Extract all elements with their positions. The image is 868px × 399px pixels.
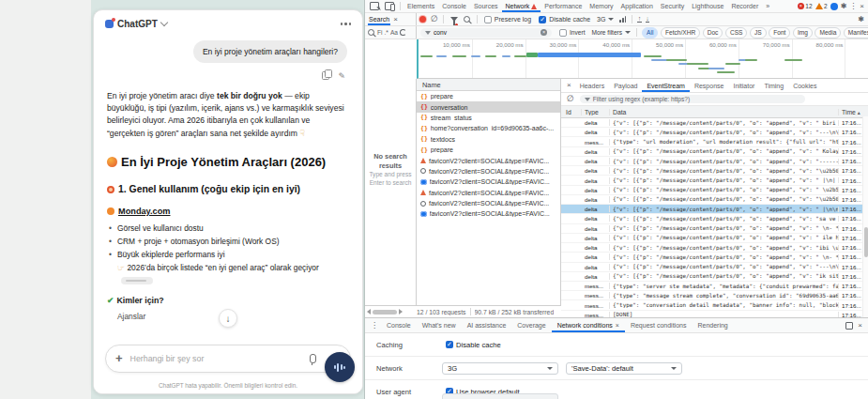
export-har-icon[interactable]: ↓ <box>646 16 650 23</box>
kebab-menu-icon[interactable]: ⋮ <box>849 3 857 10</box>
case-toggle[interactable]: Aa <box>390 29 398 36</box>
error-badge[interactable]: ×12 <box>798 3 813 9</box>
column-time[interactable]: Time▲ <box>839 109 868 115</box>
request-row[interactable]: faviconV2?client=SOCIAL&type=FAVIC... <box>417 198 560 208</box>
stream-row[interactable]: delta{"v": [{"p": "/message/content/part… <box>561 253 868 262</box>
clear-events-icon[interactable]: ∅ <box>567 95 574 103</box>
drawer-tab-console[interactable]: Console <box>381 318 417 332</box>
close-search-icon[interactable]: × <box>393 16 398 23</box>
stream-row[interactable]: mess...{"type": "url_moderation", "url_m… <box>561 137 868 146</box>
dock-icon[interactable] <box>845 322 853 330</box>
eventstream-filter-input[interactable]: Filter using regex (example: https?) <box>580 95 805 104</box>
column-id[interactable]: Id <box>561 109 582 115</box>
request-list-header[interactable]: Name <box>417 79 560 91</box>
close-detail-icon[interactable]: × <box>563 82 575 89</box>
stream-row[interactable]: mess...{"type": "message_stream_complete… <box>561 291 868 300</box>
composer-input[interactable]: Herhangi bir şey sor <box>130 354 310 363</box>
attach-icon[interactable]: + <box>115 354 123 363</box>
filter-pill-css[interactable]: CSS <box>725 27 748 38</box>
more-tabs-icon[interactable]: » <box>762 0 773 12</box>
checkbox-checked[interactable]: ✓ <box>446 341 453 348</box>
column-data[interactable]: Data <box>610 109 839 115</box>
citation-chip[interactable] <box>121 277 153 284</box>
stream-row[interactable]: delta{"v": [{"p": "/message/content/part… <box>561 118 868 128</box>
preserve-log-checkbox[interactable]: Preserve log <box>484 16 531 23</box>
drawer-tab-request-conditions[interactable]: Request conditions <box>625 318 693 332</box>
invert-checkbox[interactable]: Invert <box>559 29 586 37</box>
disable-cache-checkbox[interactable]: ✓Disable cache <box>446 341 501 349</box>
notification-icon[interactable] <box>830 3 838 10</box>
filter-pill-doc[interactable]: Doc <box>703 27 723 38</box>
stream-row[interactable]: delta{"v": [{"p": "/message/content/part… <box>561 214 868 223</box>
scrollbar-thumb[interactable] <box>373 310 397 315</box>
app-title[interactable]: ChatGPT <box>117 19 158 29</box>
detail-tab-cookies[interactable]: Cookies <box>788 79 821 92</box>
filter-pill-font[interactable]: Font <box>769 27 790 38</box>
tab-console[interactable]: Console <box>438 0 470 12</box>
search-icon[interactable] <box>464 16 470 23</box>
network-settings-icon[interactable]: ✱ <box>858 16 864 23</box>
tool-link[interactable]: Monday.com <box>118 207 170 216</box>
request-row[interactable]: faviconV2?client=SOCIAL&type=FAVIC... <box>417 166 560 176</box>
request-row[interactable]: {}prepare <box>417 145 560 155</box>
detail-tab-eventstream[interactable]: EventStream <box>642 79 689 92</box>
stream-row[interactable]: mess...{"type": "server_ste_metadata", "… <box>561 282 868 291</box>
drawer-tab-ai-assistance[interactable]: AI assistance <box>462 318 512 332</box>
tab-elements[interactable]: Elements <box>404 0 438 12</box>
regex-toggle[interactable]: .* <box>385 29 388 36</box>
scrollbar[interactable] <box>862 116 868 317</box>
throttling-select[interactable]: 3G <box>442 362 558 375</box>
network-conditions-icon[interactable] <box>619 16 626 23</box>
request-row[interactable]: faviconV2?client=SOCIAL&type=FAVIC... <box>417 208 560 219</box>
clear-filter-icon[interactable]: × <box>541 29 547 36</box>
copy-icon[interactable] <box>322 71 329 80</box>
filter-pill-js[interactable]: JS <box>750 27 767 38</box>
tab-sources[interactable]: Sources <box>470 0 502 12</box>
stream-row[interactable]: delta{"v": [{"p": "/message/content/part… <box>561 128 868 137</box>
microphone-icon[interactable] <box>310 354 316 363</box>
checkbox-checked[interactable]: ✓ <box>539 16 546 23</box>
more-filters-dropdown[interactable]: More filters <box>592 29 632 36</box>
request-row[interactable]: {}home?conversation_id=69d90635-aa6c-... <box>417 123 560 133</box>
filter-input[interactable]: conv × <box>420 28 552 38</box>
stream-row[interactable]: delta{"v": [{"p": "/message/content/part… <box>561 224 868 234</box>
drawer-tab-coverage[interactable]: Coverage <box>511 318 551 332</box>
tab-performance[interactable]: Performance <box>541 0 586 12</box>
scroll-left-icon[interactable] <box>367 309 371 315</box>
detail-tab-payload[interactable]: Payload <box>609 79 642 92</box>
record-network-log-button[interactable] <box>419 16 426 23</box>
edit-icon[interactable]: ✎ <box>338 72 345 80</box>
request-row[interactable]: faviconV2?client=SOCIAL&type=FAVIC... <box>417 176 560 187</box>
search-tab[interactable]: Search <box>368 13 390 25</box>
find-input[interactable]: Fi <box>377 29 383 36</box>
stream-row[interactable]: delta{"v": [{"p": "/message/content/part… <box>561 157 868 166</box>
stream-row[interactable]: delta{"v": [{"p": "/message/content/part… <box>561 263 868 272</box>
request-row[interactable]: {}stream_status <box>417 113 560 123</box>
voice-mode-button[interactable] <box>325 352 355 382</box>
stream-row[interactable]: delta{"v": [{"p": "/message/content/part… <box>561 166 868 176</box>
detail-tab-headers[interactable]: Headers <box>575 79 609 92</box>
more-options-icon[interactable] <box>341 23 351 24</box>
close-icon[interactable]: × <box>616 322 619 329</box>
warning-badge[interactable]: 2 <box>815 3 828 9</box>
detail-tab-response[interactable]: Response <box>690 79 729 92</box>
chevron-down-icon[interactable] <box>160 19 168 26</box>
close-drawer-icon[interactable]: × <box>858 322 862 330</box>
filter-pill-media[interactable]: Media <box>815 27 841 38</box>
import-har-icon[interactable]: ↑ <box>637 16 642 23</box>
request-row[interactable]: faviconV2?client=SOCIAL&type=FAVIC... <box>417 155 560 165</box>
request-row[interactable]: {}conversation <box>417 101 560 112</box>
request-row[interactable]: faviconV2?client=SOCIAL&type=FAVIC... <box>417 188 560 198</box>
tab-security[interactable]: Security <box>657 0 688 12</box>
network-overview-timeline[interactable]: 10,000 ms20,000 ms30,000 ms40,000 ms50,0… <box>417 39 868 79</box>
scroll-right-icon[interactable] <box>399 309 403 315</box>
column-type[interactable]: Type <box>582 109 610 115</box>
detail-tab-timing[interactable]: Timing <box>759 79 788 92</box>
request-row[interactable]: {}prepare <box>417 91 560 101</box>
drawer-tab-network-conditions[interactable]: Network conditions× <box>552 318 625 332</box>
disable-cache-checkbox[interactable]: ✓Disable cache <box>539 16 590 23</box>
drawer-tab-what-s-new[interactable]: What's new <box>417 318 462 332</box>
filter-pill-img[interactable]: Img <box>793 27 813 38</box>
scroll-to-bottom-button[interactable]: ↓ <box>219 309 237 328</box>
settings-gear-icon[interactable]: ✱ <box>841 3 847 10</box>
